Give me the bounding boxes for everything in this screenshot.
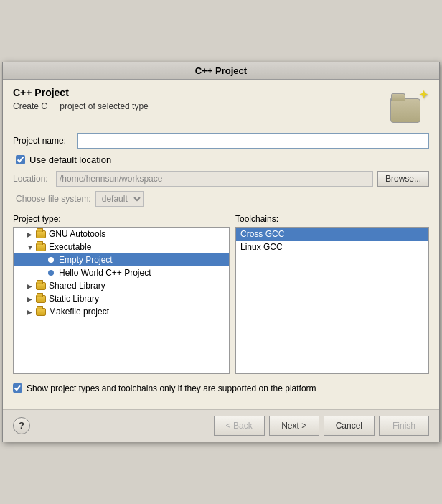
item-label: Shared Library [49, 281, 105, 291]
finish-button[interactable]: Finish [379, 416, 429, 436]
filesystem-row: Choose file system: default [16, 191, 429, 207]
folder-icon [390, 98, 420, 123]
toolchains-label: Toolchains: [235, 214, 429, 224]
location-row: Location: Browse... [13, 171, 429, 187]
star-icon: ✦ [418, 87, 429, 103]
item-label: Hello World C++ Project [59, 268, 151, 278]
folder-icon [35, 281, 47, 291]
header-icon: ✦ [389, 87, 429, 124]
browse-button[interactable]: Browse... [377, 171, 429, 187]
expand-arrow: ▶ [27, 295, 35, 303]
footer: ? < Back Next > Cancel Finish [3, 409, 439, 442]
project-type-label: Project type: [13, 214, 230, 224]
header-section: C++ Project Create C++ project of select… [13, 87, 429, 124]
item-label: GNU Autotools [49, 229, 105, 239]
list-item[interactable]: ▶ Shared Library [14, 279, 229, 292]
use-default-location-row: Use default location [16, 154, 429, 165]
folder-icon [35, 307, 47, 317]
item-label: Empty Project [59, 255, 113, 265]
main-content: C++ Project Create C++ project of select… [3, 80, 439, 409]
lists-section: Project type: ▶ GNU Autotools ▼ Executab… [13, 214, 429, 374]
title-bar: C++ Project [3, 62, 439, 80]
next-button[interactable]: Next > [269, 416, 319, 436]
help-button[interactable]: ? [13, 417, 30, 434]
title-bar-text: C++ Project [195, 65, 247, 76]
toolchains-column: Toolchains: Cross GCC Linux GCC [235, 214, 429, 374]
footer-buttons: < Back Next > Cancel Finish [214, 416, 429, 436]
item-icon [45, 255, 57, 265]
back-button[interactable]: < Back [214, 416, 265, 436]
project-name-input[interactable] [77, 133, 429, 149]
expand-arrow: ▶ [27, 308, 35, 316]
header-subtitle: Create C++ project of selected type [13, 101, 149, 111]
list-item[interactable]: Linux GCC [236, 241, 428, 253]
expand-arrow: – [37, 256, 45, 264]
footer-left: ? [13, 417, 30, 434]
item-label: Linux GCC [240, 242, 283, 252]
list-item[interactable]: Cross GCC [236, 228, 428, 241]
project-type-column: Project type: ▶ GNU Autotools ▼ Executab… [13, 214, 230, 374]
use-default-location-label: Use default location [29, 154, 111, 165]
expand-arrow: ▼ [27, 243, 35, 251]
item-label: Cross GCC [240, 229, 284, 239]
location-label: Location: [13, 174, 56, 184]
list-item[interactable]: ▶ Makefile project [14, 305, 229, 318]
cancel-button[interactable]: Cancel [324, 416, 375, 436]
list-item[interactable]: ▶ GNU Autotools [14, 228, 229, 241]
item-icon [45, 268, 57, 278]
item-label: Makefile project [49, 307, 109, 317]
header-title: C++ Project [13, 87, 149, 98]
list-item[interactable]: – Empty Project [14, 253, 229, 266]
expand-arrow: ▶ [27, 282, 35, 290]
show-supported-row: Show project types and toolchains only i… [13, 383, 429, 395]
item-label: Static Library [49, 294, 99, 304]
filesystem-select[interactable]: default [95, 191, 144, 207]
header-text: C++ Project Create C++ project of select… [13, 87, 149, 111]
item-label: Executable [49, 242, 91, 252]
show-supported-label: Show project types and toolchains only i… [27, 383, 316, 395]
project-name-row: Project name: [13, 133, 429, 149]
folder-icon [35, 294, 47, 304]
folder-icon [35, 229, 47, 239]
filesystem-label: Choose file system: [16, 194, 91, 204]
folder-icon [35, 242, 47, 252]
expand-arrow: ▶ [27, 230, 35, 238]
dialog: C++ Project C++ Project Create C++ proje… [2, 62, 440, 442]
show-supported-checkbox[interactable] [13, 383, 22, 393]
project-name-label: Project name: [13, 136, 77, 146]
list-item[interactable]: ▼ Executable [14, 241, 229, 253]
toolchains-listbox[interactable]: Cross GCC Linux GCC [235, 227, 429, 374]
project-type-listbox[interactable]: ▶ GNU Autotools ▼ Executable – Empt [13, 227, 230, 374]
use-default-location-checkbox[interactable] [16, 155, 25, 164]
list-item[interactable]: Hello World C++ Project [14, 266, 229, 279]
list-item[interactable]: ▶ Static Library [14, 292, 229, 305]
location-input[interactable] [56, 171, 373, 187]
